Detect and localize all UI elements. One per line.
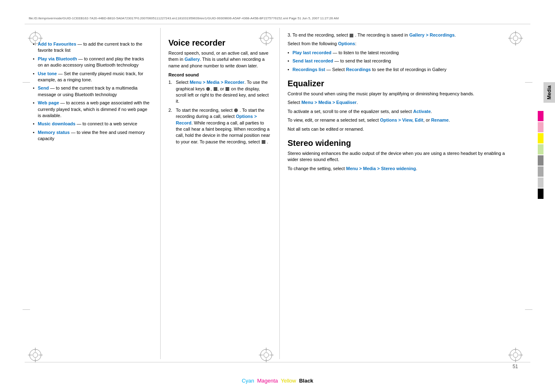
list-item: Web page — to access a web page associat… — [33, 100, 150, 119]
margin-mark-1 — [23, 82, 30, 83]
svg-point-1 — [33, 36, 38, 41]
bottom-rule — [25, 362, 530, 362]
swatch-gray2 — [538, 166, 543, 177]
link-rename[interactable]: Rename — [431, 118, 449, 122]
media-tab: Media — [543, 82, 555, 103]
icon-bars-1 — [214, 87, 217, 91]
icon-square-2 — [262, 140, 265, 144]
equalizer-heading: Equalizer — [288, 78, 505, 88]
link-send[interactable]: Send — [38, 85, 49, 90]
link-play-last-recorded[interactable]: Play last recorded — [292, 50, 332, 55]
icon-circle-1 — [206, 87, 210, 91]
swatch-magenta — [538, 111, 543, 121]
crosshair-bottom-left — [28, 348, 43, 362]
list-item-text: — to connect to a web service — [77, 121, 137, 126]
swatch-pink — [538, 122, 543, 132]
step-num: 1. — [168, 79, 172, 85]
link-activate[interactable]: Activate — [413, 109, 431, 114]
icon-square-1 — [226, 87, 229, 91]
list-item-text: — to send the current track by a multime… — [38, 85, 138, 97]
list-item: Play via Bluetooth — to connect and play… — [33, 56, 150, 69]
step-3-text: 3. To end the recording, select . The re… — [288, 32, 505, 38]
link-options-record[interactable]: Options > Record — [176, 114, 257, 125]
link-recordings-list[interactable]: Recordings list — [292, 67, 325, 72]
list-item: Memory status — to view the free and use… — [33, 129, 150, 142]
list-item: Music downloads — to connect to a web se… — [33, 121, 150, 127]
link-music-downloads[interactable]: Music downloads — [38, 121, 76, 126]
crosshair-bottom-right — [508, 348, 523, 362]
voice-recorder-heading: Voice recorder — [168, 38, 271, 48]
list-item: Use tone — Set the currently played musi… — [33, 71, 150, 83]
link-gallery-recordings[interactable]: Gallery > Recordings — [409, 32, 454, 37]
icon-square-3 — [350, 34, 353, 37]
link-web-page[interactable]: Web page — [38, 100, 59, 105]
equalizer-para1: Control the sound when using the music p… — [288, 91, 505, 97]
col-separator-1 — [160, 28, 161, 359]
list-item-recordings-list: Recordings list — Select Recordings to s… — [288, 67, 505, 73]
options-intro: Select from the following Options: — [288, 41, 505, 47]
link-gallery[interactable]: Gallery — [184, 57, 200, 62]
recordings-list-text: — Select Recordings to see the list of r… — [327, 67, 447, 72]
equalizer-para5: Not all sets can be edited or renamed. — [288, 126, 505, 132]
list-item-play-last: Play last recorded — to listen to the la… — [288, 50, 505, 56]
step-num-2: 2. — [168, 107, 172, 113]
margin-mark-4 — [525, 309, 532, 310]
link-menu-media-recorder[interactable]: Menu > Media > Recorder — [190, 80, 244, 85]
color-black: Black — [299, 378, 313, 384]
list-item: Send — to send the current track by a mu… — [33, 85, 150, 98]
page-number: 51 — [513, 364, 518, 369]
link-use-tone[interactable]: Use tone — [38, 71, 57, 76]
icon-circle-2 — [234, 108, 238, 112]
link-memory-status[interactable]: Memory status — [38, 130, 70, 135]
media-tab-label: Media — [546, 85, 552, 99]
svg-point-31 — [513, 353, 518, 357]
list-item: Add to Favourites — to add the current t… — [33, 41, 150, 54]
record-sound-heading: Record sound — [168, 72, 271, 77]
link-options-view-edit[interactable]: Options > View, Edit — [380, 118, 423, 122]
play-last-text: — to listen to the latest recording — [333, 50, 399, 55]
link-menu-media-equaliser[interactable]: Menu > Media > Equaliser — [302, 100, 357, 105]
left-bullet-list: Add to Favourites — to add the current t… — [33, 41, 150, 142]
swatch-black — [538, 189, 543, 199]
col-separator-2 — [279, 28, 280, 359]
color-palette — [538, 111, 543, 199]
right-options-list: Play last recorded — to listen to the la… — [288, 50, 505, 73]
swatch-gray3 — [538, 178, 543, 188]
numbered-steps: 1. Select Menu > Media > Recorder. To us… — [168, 79, 271, 145]
color-cyan: Cyan — [242, 378, 254, 384]
stereo-para1: Stereo widening enhances the audio outpu… — [288, 150, 505, 163]
stereo-heading: Stereo widening — [288, 138, 505, 148]
swatch-yellow — [538, 133, 543, 143]
step-2: 2. To start the recording, select . To s… — [168, 107, 271, 145]
swatch-gray1 — [538, 155, 543, 166]
send-last-text: — to send the last recording — [334, 58, 391, 63]
equalizer-para4: To view, edit, or rename a selected set,… — [288, 117, 505, 123]
top-rule — [25, 24, 530, 24]
link-play-bluetooth[interactable]: Play via Bluetooth — [38, 56, 77, 61]
link-menu-media-stereo[interactable]: Menu > Media > Stereo widening — [346, 166, 416, 171]
equalizer-para3: To activate a set, scroll to one of the … — [288, 108, 505, 115]
svg-point-13 — [33, 353, 38, 357]
equalizer-para2: Select Menu > Media > Equaliser. — [288, 99, 505, 106]
stereo-para2: To change the setting, select Menu > Med… — [288, 166, 505, 172]
middle-column: Voice recorder Record speech, sound, or … — [164, 28, 275, 152]
options-word: Options — [338, 41, 355, 46]
list-item-send-last: Send last recorded — to send the last re… — [288, 58, 505, 64]
svg-point-19 — [264, 353, 269, 357]
swatch-green — [538, 144, 543, 154]
header-filepath: file:/D:/temp/overmode/GUID-1CEEB162-7A2… — [29, 16, 339, 20]
color-magenta: Magenta — [257, 378, 278, 384]
left-column: Add to Favourites — to add the current t… — [33, 41, 154, 146]
margin-mark-3 — [525, 82, 532, 83]
step-1: 1. Select Menu > Media > Recorder. To us… — [168, 79, 271, 105]
color-strip: Cyan Magenta Yellow Black — [0, 378, 555, 384]
link-add-favourites[interactable]: Add to Favourites — [38, 42, 76, 46]
color-yellow: Yellow — [281, 378, 296, 384]
crosshair-bottom-center — [259, 348, 274, 362]
voice-recorder-intro: Record speech, sound, or an active call,… — [168, 50, 271, 69]
margin-mark-2 — [23, 309, 30, 310]
link-send-last-recorded[interactable]: Send last recorded — [292, 58, 333, 63]
right-column: 3. To end the recording, select . The re… — [283, 28, 526, 178]
